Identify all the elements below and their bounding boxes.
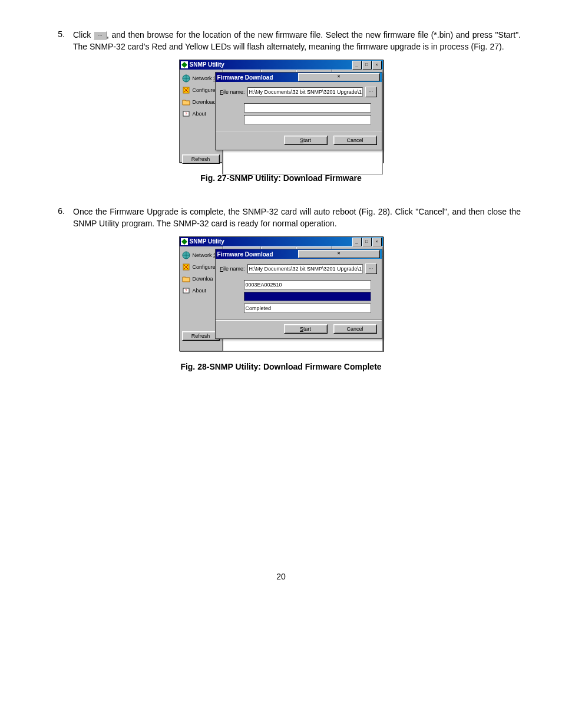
minimize-button[interactable]: _	[352, 61, 362, 70]
sidebar-about-label: About	[193, 111, 207, 117]
start-button[interactable]: Start	[284, 324, 328, 334]
status-field-mac: 0003EA002510	[244, 280, 371, 289]
svg-marker-5	[181, 239, 187, 245]
folder-icon	[182, 275, 190, 283]
close-button[interactable]: ×	[372, 61, 382, 70]
cancel-button[interactable]: Cancel	[333, 324, 377, 334]
window-title-2: SNMP Utility	[190, 237, 352, 246]
filename-label: File name:	[220, 266, 245, 272]
dialog-titlebar-2: Firmware Download ×	[216, 249, 382, 259]
sidebar-configure-label: Configure	[193, 87, 216, 93]
globe-icon	[182, 251, 190, 259]
cancel-button[interactable]: Cancel	[333, 136, 377, 145]
dialog-title: Firmware Download	[217, 74, 298, 81]
status-field-1	[244, 103, 371, 113]
maximize-button[interactable]: □	[362, 61, 372, 70]
figure-28-caption: Fig. 28-SNMP Utility: Download Firmware …	[41, 362, 521, 371]
filename-label: File name:	[220, 89, 245, 95]
status-field-2	[244, 115, 371, 124]
sidebar-download-label: Download	[193, 99, 216, 105]
sidebar-about-label: About	[193, 288, 207, 294]
app-icon	[181, 238, 188, 245]
tools-icon	[182, 86, 190, 94]
tools-icon	[182, 263, 190, 271]
about-icon: ?	[182, 110, 190, 118]
svg-marker-0	[181, 62, 187, 68]
step5-text-a: Click	[73, 30, 94, 39]
snmp-utility-window-2: SNMP Utility _ □ × Network Selection Con…	[179, 236, 384, 351]
close-button[interactable]: ×	[372, 238, 382, 246]
app-icon	[181, 61, 188, 68]
window-title: SNMP Utility	[190, 60, 352, 70]
titlebar: SNMP Utility _ □ ×	[180, 60, 383, 70]
filename-field[interactable]: H:\My Documents\32 bit SNMP\3201 Upgrade…	[247, 87, 363, 97]
browse-icon: …	[94, 31, 107, 39]
browse-button[interactable]: …	[365, 263, 377, 274]
figure-27: SNMP Utility _ □ × Network Selection Con…	[41, 60, 521, 163]
sidebar-configure-label: Configure	[193, 264, 216, 270]
dialog-titlebar: Firmware Download ×	[216, 73, 382, 82]
sidebar-download-label: Downloa	[193, 276, 213, 282]
snmp-utility-window: SNMP Utility _ □ × Network Selection Con…	[179, 60, 384, 163]
filename-field-2[interactable]: H:\My Documents\32 bit SNMP\3201 Upgrade…	[247, 264, 363, 274]
browse-button[interactable]: …	[365, 87, 377, 97]
start-button[interactable]: Start	[284, 136, 328, 145]
step-5: 5. Click …, and then browse for the loca…	[41, 29, 521, 52]
globe-icon	[182, 74, 190, 83]
dialog-close-button[interactable]: ×	[298, 73, 380, 81]
step-5-body: Click …, and then browse for the locatio…	[73, 29, 521, 52]
dialog-title-2: Firmware Download	[217, 251, 298, 258]
figure-28: SNMP Utility _ □ × Network Selection Con…	[41, 236, 521, 351]
step5-text-b: , and then browse for the location of th…	[73, 30, 521, 51]
firmware-download-dialog: Firmware Download × File name: H:\My Doc…	[215, 72, 382, 150]
page-number: 20	[41, 572, 521, 581]
minimize-button[interactable]: _	[352, 238, 362, 246]
about-icon: ?	[182, 286, 190, 295]
firmware-download-dialog-2: Firmware Download × File name: H:\My Doc…	[215, 249, 382, 339]
titlebar-2: SNMP Utility _ □ ×	[180, 237, 383, 246]
figure-27-caption: Fig. 27-SNMP Utility: Download Firmware	[41, 173, 521, 183]
refresh-button[interactable]: Refresh	[182, 331, 220, 341]
step-6: 6. Once the Firmware Upgrade is complete…	[41, 206, 521, 229]
progress-bar	[244, 292, 371, 301]
refresh-button[interactable]: Refresh	[182, 154, 220, 164]
step-6-number: 6.	[41, 206, 73, 229]
status-field-completed: Completed	[244, 304, 371, 313]
step-5-number: 5.	[41, 29, 73, 52]
maximize-button[interactable]: □	[362, 238, 372, 246]
dialog-close-button[interactable]: ×	[298, 250, 380, 258]
step-6-body: Once the Firmware Upgrade is complete, t…	[73, 206, 521, 229]
folder-icon	[182, 98, 190, 106]
